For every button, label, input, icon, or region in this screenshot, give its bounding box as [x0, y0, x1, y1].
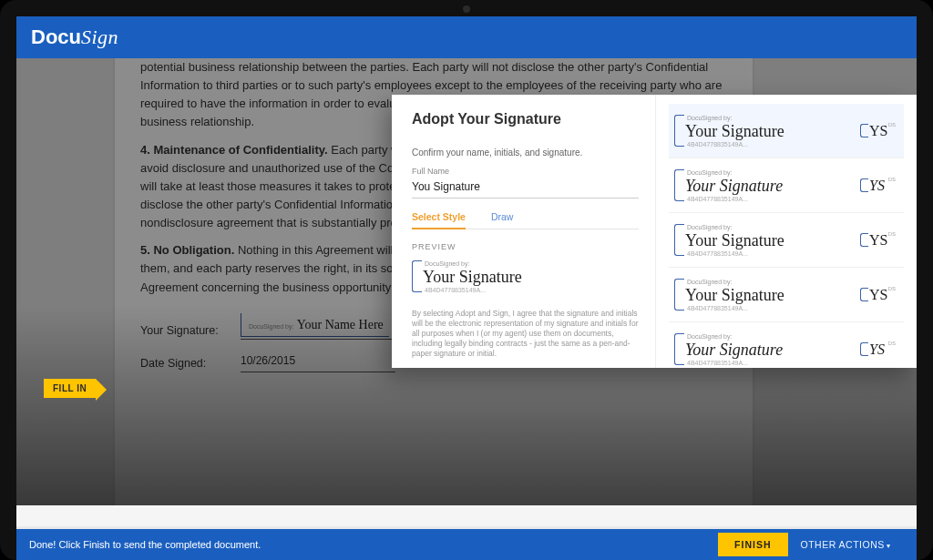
signature-style-list[interactable]: DocuSigned by:Your Signature4B4D47788351… [656, 95, 917, 368]
signature-preview: DocuSigned by: Your Signature 4B4D477883… [412, 257, 639, 296]
camera-icon [463, 5, 470, 13]
preview-label: PREVIEW [412, 242, 639, 251]
style-initials-box: DSYS [860, 284, 898, 305]
full-name-label: Full Name [412, 167, 639, 176]
style-id: 4B4D4778835149A... [685, 196, 783, 202]
style-signature-box: DocuSigned by:Your Signature4B4D47788351… [674, 275, 792, 314]
style-id: 4B4D4778835149A... [685, 305, 784, 311]
style-signature-box: DocuSigned by:Your Signature4B4D47788351… [674, 330, 790, 368]
adopt-signature-modal: Adopt Your Signature Confirm your name, … [392, 95, 917, 368]
ds-badge: DS [888, 122, 896, 127]
other-actions-button[interactable]: OTHER ACTIONS [788, 533, 905, 556]
preview-id: 4B4D4778835149A... [423, 287, 522, 293]
style-text: Your Signature [685, 231, 784, 249]
signature-style-option[interactable]: DocuSigned by:Your Signature4B4D47788351… [669, 104, 904, 158]
style-by: DocuSigned by: [685, 224, 784, 230]
brand-logo: DocuSign [31, 25, 118, 49]
style-by: DocuSigned by: [685, 115, 784, 121]
signature-style-option[interactable]: DocuSigned by:Your Signature4B4D47788351… [669, 322, 904, 368]
style-text: Your Signature [685, 122, 784, 140]
tab-select-style[interactable]: Select Style [412, 211, 466, 229]
style-text: Your Signature [685, 177, 783, 195]
style-initials-box: DSYS [860, 229, 898, 250]
signature-style-option[interactable]: DocuSigned by:Your Signature4B4D47788351… [669, 158, 904, 213]
style-id: 4B4D4778835149A... [685, 360, 783, 366]
style-signature-box: DocuSigned by:Your Signature4B4D47788351… [674, 220, 792, 260]
style-by: DocuSigned by: [685, 169, 783, 176]
brand-part2: Sign [81, 25, 118, 48]
style-tabs: Select Style Draw [412, 211, 639, 229]
style-id: 4B4D4778835149A... [685, 250, 784, 257]
style-by: DocuSigned by: [685, 333, 783, 340]
style-id: 4B4D4778835149A... [685, 141, 784, 148]
style-text: Your Signature [685, 286, 784, 304]
style-initials-box: DSYS [860, 175, 898, 196]
ds-badge: DS [888, 341, 896, 346]
modal-subtitle: Confirm your name, initials, and signatu… [412, 148, 639, 158]
preview-text: Your Signature [423, 268, 522, 286]
device-frame: DocuSign potential business relationship… [0, 0, 933, 560]
signature-style-option[interactable]: DocuSigned by:Your Signature4B4D47788351… [669, 213, 904, 268]
finish-button[interactable]: FINISH [718, 533, 787, 556]
action-bar: Done! Click Finish to send the completed… [16, 529, 917, 560]
style-initials-box: DSYS [860, 120, 898, 141]
app-screen: DocuSign potential business relationship… [16, 16, 917, 560]
style-initials-box: DSYS [860, 339, 898, 360]
adopt-disclaimer: By selecting Adopt and Sign, I agree tha… [412, 309, 639, 359]
status-message: Done! Click Finish to send the completed… [29, 539, 718, 550]
brand-part1: Docu [31, 25, 81, 48]
tab-draw[interactable]: Draw [491, 211, 514, 229]
modal-left-pane: Adopt Your Signature Confirm your name, … [392, 95, 656, 368]
style-signature-box: DocuSigned by:Your Signature4B4D47788351… [674, 166, 790, 205]
ds-badge: DS [888, 231, 896, 237]
style-text: Your Signature [685, 341, 783, 359]
modal-title: Adopt Your Signature [412, 111, 639, 127]
style-by: DocuSigned by: [685, 279, 784, 285]
signature-style-option[interactable]: DocuSigned by:Your Signature4B4D47788351… [669, 268, 904, 322]
preview-signature-box: DocuSigned by: Your Signature 4B4D477883… [412, 257, 529, 296]
style-signature-box: DocuSigned by:Your Signature4B4D47788351… [674, 111, 792, 150]
full-name-input[interactable] [412, 178, 639, 199]
ds-badge: DS [888, 177, 896, 182]
app-header: DocuSign [16, 16, 917, 58]
fill-in-tag[interactable]: FILL IN [44, 379, 96, 398]
preview-by: DocuSigned by: [423, 260, 522, 267]
document-viewport: potential business relationship between … [16, 58, 917, 505]
ds-badge: DS [888, 286, 896, 291]
